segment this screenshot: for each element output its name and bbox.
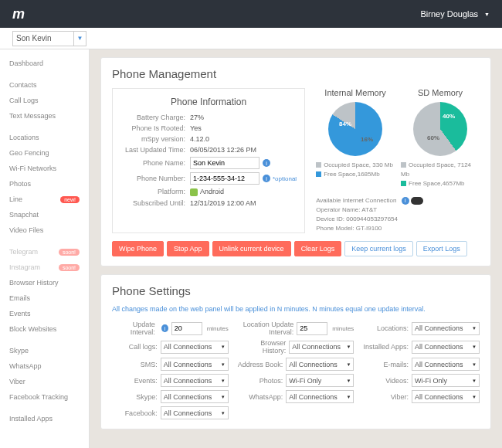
skype-select[interactable]: All Connections: [161, 390, 229, 403]
sidebar-item[interactable]: Contacts: [0, 77, 89, 93]
sd-memory-chart: 40% 60%: [413, 102, 467, 156]
viber-select[interactable]: All Connections: [412, 390, 480, 403]
sms-select[interactable]: All Connections: [161, 358, 229, 371]
sub-bar: Son Kevin ▼: [0, 28, 502, 49]
settings-title: Phone Settings: [112, 284, 480, 297]
sidebar-item[interactable]: Viber: [0, 374, 89, 389]
stop-app-button[interactable]: Stop App: [167, 241, 209, 256]
update-interval-input[interactable]: [171, 322, 202, 335]
info-icon[interactable]: i: [402, 197, 409, 205]
call-logs-select[interactable]: All Connections: [161, 341, 229, 354]
chevron-down-icon: ▼: [484, 12, 490, 17]
info-icon[interactable]: i: [263, 175, 270, 182]
internal-memory-chart: 84% 16%: [328, 102, 382, 156]
keep-logs-button[interactable]: Keep current logs: [344, 241, 413, 256]
android-icon: [190, 188, 198, 196]
network-info: Available Internet Connection i Operator…: [316, 196, 480, 233]
sidebar-item[interactable]: Snapchat: [0, 207, 89, 222]
page-title: Phone Management: [112, 67, 480, 80]
locations-select[interactable]: All Connections: [412, 322, 480, 335]
phone-management-panel: Phone Management Phone Information Batte…: [100, 57, 491, 266]
sidebar-item[interactable]: Installed Apps: [0, 411, 89, 426]
user-menu[interactable]: Birney Douglas ▼: [420, 9, 490, 19]
sidebar-item[interactable]: Telegramsoon!: [0, 244, 89, 260]
sidebar-item[interactable]: Linenew!: [0, 192, 89, 207]
sidebar-item[interactable]: Skype: [0, 343, 89, 358]
info-icon[interactable]: i: [263, 159, 270, 167]
sidebar-item[interactable]: Dashboard: [0, 56, 89, 71]
content: Phone Management Phone Information Batte…: [90, 49, 502, 448]
phone-name-input[interactable]: [190, 157, 259, 169]
settings-note: All changes made on the web panel will b…: [112, 305, 480, 313]
badge: new!: [60, 196, 80, 203]
sidebar-item[interactable]: Photos: [0, 176, 89, 192]
phone-info-box: Phone Information Battery Charge:27% Pho…: [112, 88, 305, 233]
phone-settings-panel: Phone Settings All changes made on the w…: [100, 274, 491, 429]
child-selector[interactable]: Son Kevin: [12, 31, 74, 46]
phone-info-title: Phone Information: [120, 97, 297, 107]
top-bar: m Birney Douglas ▼: [0, 0, 502, 28]
wifi-icon: [411, 197, 423, 205]
badge: soon!: [59, 264, 80, 271]
browser-history-select[interactable]: All Connections: [289, 341, 354, 354]
phone-number-input[interactable]: [190, 172, 259, 185]
logo: m: [12, 6, 25, 22]
sidebar-item[interactable]: Instagramsoon!: [0, 260, 89, 275]
sidebar-item[interactable]: WhatsApp: [0, 358, 89, 374]
sidebar: DashboardContactsCall LogsText MessagesL…: [0, 49, 90, 448]
sidebar-item[interactable]: Emails: [0, 290, 89, 306]
sidebar-item[interactable]: Facebook Tracking: [0, 389, 89, 405]
user-name: Birney Douglas: [420, 9, 478, 19]
videos-select[interactable]: Wi-Fi Only: [412, 374, 480, 387]
facebook-select[interactable]: All Connections: [161, 406, 229, 419]
sidebar-item[interactable]: Block Websites: [0, 321, 89, 337]
address-book-select[interactable]: All Connections: [286, 358, 354, 371]
unlink-device-button[interactable]: Unlink current device: [212, 241, 291, 256]
sd-memory: SD Memory 40% 60% Occupied Space, 7124 M…: [401, 88, 480, 188]
sidebar-item[interactable]: Browser History: [0, 275, 89, 290]
clear-logs-button[interactable]: Clear Logs: [294, 241, 342, 256]
installed-apps-select[interactable]: All Connections: [412, 341, 480, 354]
export-logs-button[interactable]: Export Logs: [416, 241, 467, 256]
sidebar-item[interactable]: Locations: [0, 130, 89, 145]
wipe-phone-button[interactable]: Wipe Phone: [112, 241, 164, 256]
child-dropdown-button[interactable]: ▼: [74, 31, 86, 46]
internal-memory: Internal Memory 84% 16% Occupied Space, …: [316, 88, 395, 188]
photos-select[interactable]: Wi-Fi Only: [286, 374, 354, 387]
info-icon[interactable]: i: [161, 324, 168, 332]
sidebar-item[interactable]: Video Files: [0, 222, 89, 238]
emails-select[interactable]: All Connections: [412, 358, 480, 371]
location-interval-input[interactable]: [297, 322, 327, 335]
events-select[interactable]: All Connections: [161, 374, 229, 387]
whatsapp-select[interactable]: All Connections: [286, 390, 354, 403]
sidebar-item[interactable]: Call Logs: [0, 93, 89, 108]
sidebar-item[interactable]: Geo Fencing: [0, 145, 89, 161]
sidebar-item[interactable]: Events: [0, 306, 89, 321]
sidebar-item[interactable]: Text Messages: [0, 108, 89, 124]
sidebar-item[interactable]: Wi-Fi Networks: [0, 161, 89, 176]
badge: soon!: [59, 249, 80, 256]
